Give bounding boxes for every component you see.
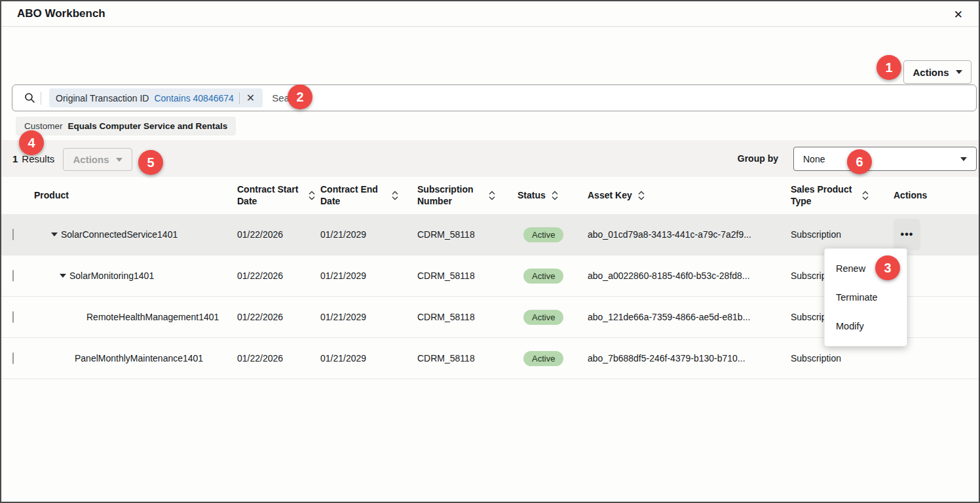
- sort-icon[interactable]: [308, 189, 316, 202]
- table-header-row: Product Contract Start Date Contract End…: [1, 177, 979, 214]
- asset-key-cell: abo_01cd79a8-3413-441c-a79c-7a2f9...: [588, 229, 791, 240]
- contract-end-cell: 01/21/2029: [320, 312, 417, 322]
- row-checkbox[interactable]: [12, 229, 14, 240]
- column-header-label: Sales Product Type: [791, 184, 856, 207]
- column-header-label: Product: [34, 190, 69, 202]
- product-cell: RemoteHealthManagement1401: [34, 312, 237, 322]
- actions-table-label: Actions: [73, 154, 109, 165]
- row-checkbox[interactable]: [12, 352, 14, 364]
- customer-chip-field: Customer: [24, 121, 63, 131]
- page-title: ABO Workbench: [17, 7, 105, 20]
- status-badge: Active: [523, 351, 563, 366]
- actions-button-table[interactable]: Actions: [63, 148, 132, 171]
- product-cell: SolarConnectedService1401: [34, 229, 237, 240]
- subscription-number-cell: CDRM_58118: [417, 270, 518, 281]
- customer-chip-value: Equals Computer Service and Rentals: [68, 121, 228, 131]
- contract-end-cell: 01/21/2029: [320, 270, 417, 281]
- results-count-number: 1: [12, 153, 18, 164]
- callout-badge-2: 2: [288, 84, 312, 109]
- subscription-number-cell: CDRM_58118: [417, 229, 518, 240]
- sales-product-type-cell: Subscription: [791, 353, 894, 363]
- chip-divider: [239, 92, 240, 104]
- search-filter-chip[interactable]: Original Transaction ID Contains 4084667…: [49, 88, 263, 107]
- menu-item-modify[interactable]: Modify: [825, 312, 907, 341]
- contract-end-cell: 01/21/2029: [320, 229, 417, 240]
- contract-start-cell: 01/22/2026: [237, 270, 320, 281]
- window-header: ABO Workbench: [1, 1, 979, 27]
- group-by-label: Group by: [738, 153, 778, 164]
- contract-start-cell: 01/22/2026: [237, 312, 320, 322]
- actions-button-top[interactable]: Actions: [903, 60, 971, 84]
- actions-button-label: Actions: [913, 67, 949, 78]
- callout-badge-1: 1: [876, 55, 901, 80]
- contract-start-cell: 01/22/2026: [237, 353, 320, 363]
- column-header-actions[interactable]: Actions: [894, 190, 979, 202]
- filter-field-label: Original Transaction ID: [56, 93, 149, 103]
- column-header-label: Status: [518, 190, 546, 202]
- chevron-down-icon: [960, 157, 967, 161]
- column-header-label: Contract Start Date: [237, 184, 303, 207]
- column-header-contract-start-date[interactable]: Contract Start Date: [237, 184, 320, 207]
- group-by-value: None: [803, 154, 825, 164]
- column-header-asset-key[interactable]: Asset Key: [588, 189, 791, 202]
- callout-badge-4: 4: [19, 130, 44, 155]
- column-header-label: Contract End Date: [320, 184, 386, 207]
- asset-key-cell: abo_7b688df5-246f-4379-b130-b710...: [588, 353, 791, 363]
- expand-row-icon[interactable]: [51, 233, 58, 236]
- abo-workbench-window: ABO Workbench ✕ Actions Original Transac…: [0, 0, 980, 503]
- search-bar[interactable]: Original Transaction ID Contains 4084667…: [12, 84, 977, 111]
- column-header-sales-product-type[interactable]: Sales Product Type: [791, 184, 894, 207]
- contract-end-cell: 01/21/2029: [320, 353, 417, 363]
- row-actions-ellipsis-button[interactable]: •••: [894, 219, 920, 250]
- asset-key-cell: abo_121de66a-7359-4866-ae5d-e81b...: [588, 312, 791, 322]
- subscription-number-cell: CDRM_58118: [417, 353, 518, 363]
- product-name: RemoteHealthManagement1401: [86, 312, 219, 322]
- chevron-down-icon: [956, 70, 962, 74]
- group-by-select[interactable]: None: [793, 147, 977, 171]
- sort-icon[interactable]: [488, 189, 496, 202]
- asset-key-cell: abo_a0022860-8185-46f0-b53c-28fd8...: [588, 270, 791, 281]
- sort-icon[interactable]: [551, 189, 559, 202]
- filter-operator-value: Contains 40846674: [154, 93, 233, 103]
- product-cell: SolarMonitoring1401: [34, 270, 237, 281]
- product-name: SolarConnectedService1401: [61, 229, 178, 240]
- search-divider: [41, 92, 41, 105]
- column-header-product[interactable]: Product: [34, 190, 237, 202]
- subscription-number-cell: CDRM_58118: [417, 312, 518, 322]
- callout-badge-5: 5: [138, 150, 163, 175]
- product-name: SolarMonitoring1401: [69, 270, 154, 281]
- column-header-label: Actions: [894, 190, 927, 202]
- contract-start-cell: 01/22/2026: [237, 229, 320, 240]
- status-badge: Active: [523, 227, 563, 242]
- column-header-label: Subscription Number: [417, 184, 483, 207]
- column-header-status[interactable]: Status: [518, 189, 588, 202]
- close-icon[interactable]: ✕: [951, 7, 966, 24]
- product-name: PanelMonthlyMaintenance1401: [75, 353, 203, 363]
- column-header-label: Asset Key: [588, 190, 632, 202]
- expand-row-icon[interactable]: [60, 274, 66, 278]
- callout-badge-6: 6: [847, 149, 872, 174]
- column-header-contract-end-date[interactable]: Contract End Date: [320, 184, 417, 207]
- status-badge: Active: [523, 310, 563, 325]
- sort-icon[interactable]: [391, 189, 399, 202]
- row-checkbox[interactable]: [12, 311, 14, 323]
- column-header-subscription-number[interactable]: Subscription Number: [417, 184, 518, 207]
- sort-icon[interactable]: [861, 189, 869, 202]
- product-cell: PanelMonthlyMaintenance1401: [34, 353, 237, 363]
- results-count-label: Results: [22, 153, 54, 164]
- row-checkbox[interactable]: [12, 270, 14, 282]
- callout-badge-3: 3: [875, 255, 900, 280]
- remove-filter-icon[interactable]: ✕: [245, 92, 256, 104]
- sales-product-type-cell: Subscription: [791, 229, 894, 240]
- menu-item-terminate[interactable]: Terminate: [825, 283, 907, 312]
- status-badge: Active: [523, 269, 563, 284]
- chevron-down-icon: [116, 158, 122, 162]
- sort-icon[interactable]: [637, 189, 645, 202]
- customer-filter-chip[interactable]: Customer Equals Computer Service and Ren…: [16, 117, 236, 136]
- search-icon: [24, 92, 35, 103]
